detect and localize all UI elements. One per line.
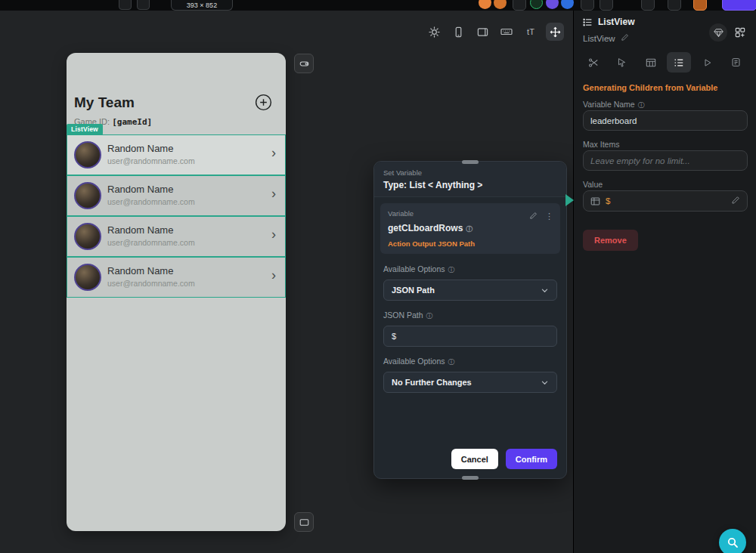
- section-heading: Generating Children from Variable: [583, 83, 718, 92]
- variable-name-text: getCLboardRows: [388, 223, 463, 233]
- remove-button[interactable]: Remove: [583, 230, 638, 251]
- game-id-value: [gameId]: [112, 117, 152, 127]
- gem-icon[interactable]: [709, 23, 727, 42]
- json-path-select[interactable]: JSON Path: [383, 280, 557, 301]
- variable-name-label: Variable Nameⓘ: [583, 100, 645, 110]
- info-icon[interactable]: ⓘ: [638, 101, 645, 109]
- listview-selection-badge[interactable]: ListView: [67, 124, 103, 135]
- variable-source-text: Action Output JSON Path: [388, 239, 553, 248]
- avatar: [74, 182, 101, 209]
- info-icon[interactable]: ⓘ: [466, 225, 472, 233]
- avatar: [74, 264, 101, 291]
- canvas-toolbar: tT: [425, 23, 564, 41]
- magic-wand-icon[interactable]: [641, 0, 655, 11]
- add-member-button[interactable]: [255, 94, 272, 111]
- select-value: JSON Path: [392, 286, 541, 295]
- top-toolbar: 393 × 852: [0, 0, 756, 11]
- device-frame-icon[interactable]: [473, 23, 491, 41]
- avatar[interactable]: [546, 0, 559, 9]
- available-options-label: Available Optionsⓘ: [383, 264, 557, 275]
- phone-preview-icon[interactable]: [449, 23, 467, 41]
- avatar[interactable]: [494, 0, 507, 9]
- avatar[interactable]: [479, 0, 491, 9]
- edit-variable-icon[interactable]: [529, 209, 538, 223]
- variable-name-field-wrap: [583, 110, 748, 131]
- widget-type-title: ListView: [598, 17, 634, 27]
- chevron-right-icon: ›: [271, 146, 276, 159]
- list-item[interactable]: Random Name user@randomname.com ›: [67, 257, 286, 298]
- rename-widget-icon[interactable]: [621, 33, 629, 43]
- list-item[interactable]: Random Name user@randomname.com ›: [67, 134, 286, 175]
- device-toggle-2-icon[interactable]: [137, 0, 150, 10]
- toolbar-icon[interactable]: [513, 0, 526, 11]
- device-toggle-icon[interactable]: [119, 0, 132, 10]
- more-options-icon[interactable]: ⋮: [545, 212, 553, 221]
- avatar[interactable]: [561, 0, 574, 9]
- text-scale-icon[interactable]: tT: [522, 23, 540, 41]
- avatar-square[interactable]: [693, 0, 707, 11]
- tab-document-icon[interactable]: [724, 52, 748, 73]
- list-item-name: Random Name: [107, 143, 173, 154]
- avatar: [74, 223, 101, 250]
- confirm-button[interactable]: Confirm: [506, 449, 557, 469]
- info-icon[interactable]: ⓘ: [426, 312, 433, 320]
- variable-name-input[interactable]: [590, 116, 740, 125]
- status-avatar[interactable]: [530, 0, 543, 9]
- edit-value-icon[interactable]: [731, 194, 740, 208]
- list-item[interactable]: Random Name user@randomname.com ›: [67, 175, 286, 216]
- label-text: Variable Name: [583, 100, 635, 109]
- canvas-display-button[interactable]: [294, 512, 314, 532]
- list-item-email: user@randomname.com: [107, 197, 195, 206]
- brightness-icon[interactable]: [425, 23, 443, 41]
- info-icon[interactable]: ⓘ: [448, 358, 455, 366]
- list-item[interactable]: Random Name user@randomname.com ›: [67, 216, 286, 257]
- primary-action-button[interactable]: [722, 0, 756, 11]
- select-value: No Further Changes: [392, 378, 541, 387]
- canvas-settings-button[interactable]: [294, 54, 314, 73]
- modal-header: Set Variable Type: List < Anything >: [374, 162, 566, 197]
- value-label: Value: [583, 180, 603, 189]
- info-icon[interactable]: ⓘ: [448, 266, 455, 273]
- json-path-input-wrap: [383, 326, 557, 347]
- frame-icon[interactable]: [668, 0, 681, 11]
- properties-panel: ListView ListView Generating Childre: [573, 0, 756, 553]
- variable-label: Variable: [388, 209, 553, 218]
- tab-data-icon[interactable]: [639, 52, 663, 73]
- json-path-input[interactable]: [392, 332, 549, 341]
- tab-interactions-icon[interactable]: [610, 52, 634, 73]
- cancel-button[interactable]: Cancel: [451, 449, 498, 469]
- list-item-name: Random Name: [107, 184, 173, 195]
- tab-cut-icon[interactable]: [581, 52, 606, 73]
- canvas-size-chip[interactable]: 393 × 852: [171, 0, 233, 11]
- label-text: Available Options: [383, 264, 445, 273]
- label-text: Available Options: [383, 357, 445, 366]
- toolbar-icon[interactable]: [581, 0, 594, 11]
- add-widget-icon[interactable]: [730, 23, 750, 42]
- label-text: JSON Path: [383, 310, 423, 320]
- value-field[interactable]: $: [583, 190, 748, 212]
- value-expression: $: [606, 196, 726, 205]
- phone-preview: My Team Game ID: [gameId] ListView Rando…: [67, 53, 286, 531]
- max-items-label: Max Items: [583, 140, 619, 149]
- drag-handle-top[interactable]: [462, 160, 479, 164]
- list-item-email: user@randomname.com: [107, 156, 195, 165]
- widget-name: ListView: [583, 34, 615, 43]
- search-fab[interactable]: [719, 529, 746, 553]
- further-changes-select[interactable]: No Further Changes: [383, 372, 557, 393]
- max-items-field-wrap: [583, 150, 748, 171]
- avatar: [74, 141, 101, 168]
- chevron-right-icon: ›: [271, 268, 276, 282]
- modal-body: Available Optionsⓘ JSON Path JSON Pathⓘ …: [374, 254, 566, 393]
- listview-widget-icon: [583, 17, 593, 27]
- keyboard-icon[interactable]: [497, 23, 516, 41]
- widget-name-row: ListView: [583, 33, 629, 43]
- toolbar-icon[interactable]: [600, 0, 613, 11]
- variable-type-text: Type: List < Anything >: [383, 180, 557, 190]
- max-items-input[interactable]: [590, 156, 740, 165]
- transform-tool-icon[interactable]: [546, 23, 564, 41]
- tab-actions-icon[interactable]: [696, 52, 720, 73]
- table-icon: [590, 196, 600, 206]
- chevron-right-icon: ›: [271, 227, 276, 241]
- list-item-name: Random Name: [107, 265, 173, 276]
- tab-generate-children-icon[interactable]: [667, 52, 691, 73]
